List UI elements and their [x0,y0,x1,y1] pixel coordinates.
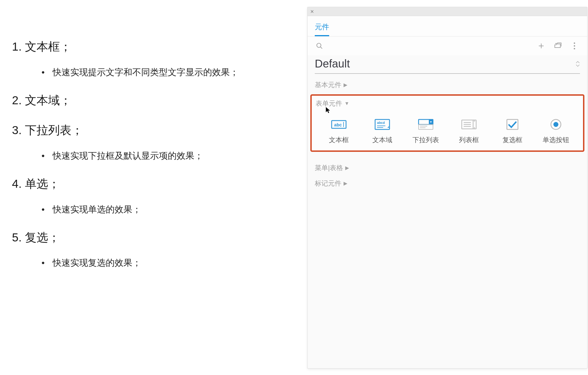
svg-text:abc: abc [334,123,342,127]
section-label: 标记元件 [315,179,341,188]
section-marker[interactable]: 标记元件 ▶ [308,172,587,188]
outline-bullet: 快速实现提示文字和不同类型文字显示的效果； [42,66,277,79]
svg-point-5 [574,45,575,47]
svg-line-1 [320,47,322,49]
close-icon[interactable]: × [310,9,314,15]
chevron-right-icon: ▶ [344,180,347,186]
form-widgets-grid: abc 文本框 abcd 文本域 [316,118,579,144]
folders-icon[interactable] [553,41,563,51]
svg-point-26 [553,122,558,127]
widget-label: 文本域 [372,136,392,144]
widget-label: 复选框 [502,136,522,144]
section-form[interactable]: 表单元件 ▼ [316,99,579,108]
widget-checkbox[interactable]: 复选框 [491,118,534,144]
outline-item-text: 复选； [25,231,60,244]
outline-item-5: 复选； 快速实现复选的效果； [25,230,277,269]
outline-item-text: 下拉列表； [25,124,83,137]
stepper-icon [576,61,580,67]
section-basic[interactable]: 基本元件 ▶ [308,74,587,89]
outline-item-4: 单选； 快速实现单选的效果； [25,176,277,216]
text-area-icon: abcd [374,118,390,131]
widget-label: 单选按钮 [543,136,569,144]
widget-label: 列表框 [459,136,479,144]
widget-droplist[interactable]: 下拉列表 [404,118,447,144]
add-icon[interactable] [536,41,546,51]
library-name: Default [315,58,350,70]
svg-point-4 [574,43,575,44]
outline-bullet: 快速实现单选的效果； [42,203,277,216]
list-box-icon [461,118,477,131]
outline-bullet: 快速实现复选的效果； [42,257,277,269]
cursor-icon [326,107,331,113]
widget-text-area[interactable]: abcd 文本域 [361,118,404,144]
svg-point-6 [574,48,575,50]
svg-rect-16 [419,124,433,129]
more-icon[interactable] [569,41,579,51]
outline-item-1: 文本框； 快速实现提示文字和不同类型文字显示的效果； [25,39,277,79]
search-icon[interactable] [315,42,324,50]
checkbox-icon [504,118,520,131]
section-form-highlight: 表单元件 ▼ abc 文本框 [310,94,584,152]
droplist-icon [418,118,434,131]
section-label: 基本元件 [315,80,341,89]
widget-radio-button[interactable]: 单选按钮 [534,118,577,144]
outline-item-text: 文本域； [25,94,71,107]
widgets-panel: × 元件 Default [307,7,587,369]
panel-titlebar[interactable]: × [308,7,587,16]
outline-item-text: 单选； [25,177,60,190]
outline-list: 文本框； 快速实现提示文字和不同类型文字显示的效果； 文本域； 下拉列表； 快速… [3,39,277,269]
section-menu-table[interactable]: 菜单|表格 ▶ [308,157,587,172]
chevron-right-icon: ▶ [344,82,347,88]
svg-text:abcd: abcd [377,121,385,125]
outline-bullet: 快速实现下拉框及默认显示项的效果； [42,150,277,162]
panel-toolbar [308,37,587,55]
widget-text-field[interactable]: abc 文本框 [317,118,361,144]
svg-point-0 [317,43,321,47]
outline-item-text: 文本框； [25,40,71,53]
section-label: 菜单|表格 [315,163,343,172]
radio-button-icon [548,118,564,131]
text-field-icon: abc [331,118,347,131]
library-selector[interactable]: Default [315,58,580,74]
outline-item-2: 文本域； [25,92,277,109]
widget-list-box[interactable]: 列表框 [447,118,491,144]
chevron-down-icon: ▼ [344,101,349,106]
tab-widgets[interactable]: 元件 [315,22,329,36]
panel-tabstrip: 元件 [308,16,587,37]
widget-label: 下拉列表 [412,136,439,144]
outline-item-3: 下拉列表； 快速实现下拉框及默认显示项的效果； [25,122,277,162]
widget-label: 文本框 [329,136,349,144]
chevron-right-icon: ▶ [345,165,349,171]
slide-outline: 文本框； 快速实现提示文字和不同类型文字显示的效果； 文本域； 下拉列表； 快速… [0,0,291,297]
